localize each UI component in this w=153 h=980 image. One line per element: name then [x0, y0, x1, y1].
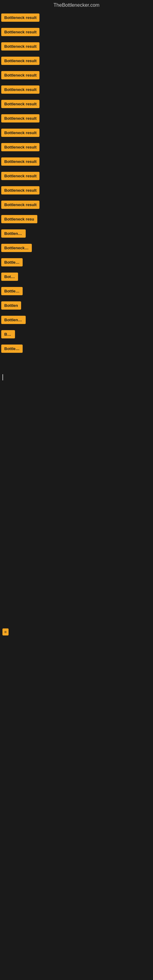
bottleneck-badge: Bottlen [1, 301, 21, 310]
bottleneck-item[interactable]: Bottleneck result [0, 140, 153, 154]
bottleneck-badge: Bott [1, 330, 15, 339]
bottleneck-item[interactable]: Bott [0, 327, 153, 342]
bottleneck-badge: Bottle [1, 272, 18, 281]
bottleneck-badge: Bottleneck result [1, 200, 40, 209]
cursor-indicator [2, 374, 3, 380]
bottleneck-badge: Bottleneck re [1, 244, 32, 252]
bottleneck-badge: Bottleneck [1, 229, 26, 238]
bottleneck-item[interactable]: Bottleneck [0, 313, 153, 327]
bottleneck-item[interactable]: Bottleneck result [0, 154, 153, 169]
bottleneck-badge: Bottleneck resu [1, 215, 37, 223]
bottleneck-item[interactable]: Bottlene [0, 255, 153, 269]
bottleneck-badge: Bottleneck result [1, 71, 40, 79]
bottleneck-badge: Bottleneck result [1, 42, 40, 51]
bottleneck-item[interactable]: Bottlene [0, 284, 153, 298]
bottleneck-item[interactable]: Bottleneck result [0, 54, 153, 68]
site-title: TheBottlenecker.com [0, 0, 153, 10]
bottleneck-item[interactable]: Bottleneck result [0, 39, 153, 54]
bottleneck-item[interactable]: Bottleneck result [0, 10, 153, 25]
bottleneck-item[interactable]: Bottleneck result [0, 25, 153, 39]
bottleneck-item[interactable]: Bottleneck re [0, 241, 153, 255]
bottleneck-item[interactable]: Bottlene [0, 342, 153, 356]
bottleneck-badge: Bottleneck result [1, 57, 40, 65]
bottleneck-badge: Bottlene [1, 345, 22, 353]
bottleneck-item[interactable]: Bottleneck result [0, 169, 153, 183]
bottleneck-item[interactable]: Bottle [0, 269, 153, 284]
bottleneck-badge: Bottlene [1, 258, 22, 266]
bottleneck-item[interactable]: Bottleneck [0, 226, 153, 241]
bottleneck-badge: Bottleneck result [1, 100, 40, 108]
bottleneck-badge: Bottlene [1, 287, 22, 295]
bottleneck-item[interactable]: Bottleneck result [0, 97, 153, 111]
bottleneck-item[interactable]: Bottleneck result [0, 183, 153, 197]
bottleneck-badge: Bottleneck [1, 316, 26, 324]
bottleneck-badge: Bottleneck result [1, 13, 40, 22]
bottleneck-badge: Bottleneck result [1, 114, 40, 123]
bottleneck-badge: Bottleneck result [1, 129, 40, 137]
bottleneck-badge: Bottleneck result [1, 172, 40, 180]
bottleneck-item[interactable]: Bottleneck result [0, 68, 153, 83]
bottleneck-badge: Bottleneck result [1, 28, 40, 36]
bottleneck-item[interactable]: Bottleneck result [0, 197, 153, 212]
bottleneck-item[interactable]: Bottleneck result [0, 126, 153, 140]
bottleneck-item[interactable]: Bottleneck resu [0, 212, 153, 226]
bottleneck-item[interactable]: Bottlen [0, 298, 153, 313]
bottleneck-item[interactable]: Bottleneck result [0, 111, 153, 126]
bottleneck-item[interactable]: Bottleneck result [0, 83, 153, 97]
bottleneck-badge: Bottleneck result [1, 186, 40, 194]
bottleneck-badge: Bottleneck result [1, 86, 40, 94]
footer-badge: = [2, 628, 9, 635]
bottleneck-badge: Bottleneck result [1, 158, 40, 166]
bottleneck-badge: Bottleneck result [1, 143, 40, 151]
